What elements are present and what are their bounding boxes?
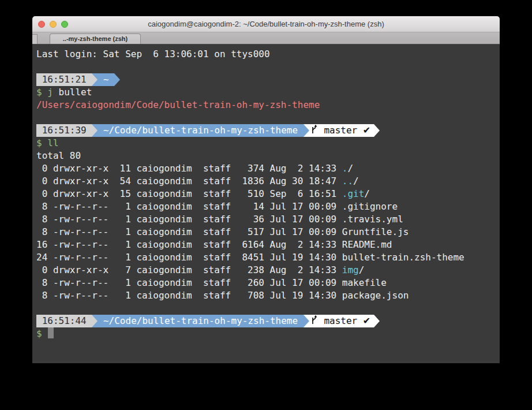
tab-shell[interactable]: ..-my-zsh-theme (zsh) [50, 33, 141, 44]
powerline-arrow [114, 73, 120, 86]
terminal-line: 0 drwxr-xr-x 54 caiogondim staff 1836 Au… [36, 175, 500, 188]
terminal-line: $ ll [36, 137, 500, 150]
text-segment: . [342, 162, 348, 175]
text-segment: total 80 [36, 150, 81, 162]
text-segment: 0 drwxr-xr-x 54 caiogondim staff 1836 Au… [36, 175, 342, 188]
close-button[interactable] [38, 21, 45, 28]
prompt-path-segment: ~ [98, 73, 114, 86]
git-branch-label: master [319, 315, 363, 327]
text-segment: bullet [53, 86, 92, 99]
text-segment: 16 -rw-r--r-- 1 caiogondim staff 6164 Au… [36, 238, 392, 251]
minimize-button[interactable] [50, 21, 57, 28]
terminal-line: 24 -rw-r--r-- 1 caiogondim staff 8451 Ju… [36, 251, 500, 264]
tab-bar-stub [32, 34, 38, 44]
text-segment: / [359, 264, 365, 277]
text-segment: 8 -rw-r--r-- 1 caiogondim staff 517 Jul … [36, 226, 409, 238]
text-segment: 0 drwxr-xr-x 15 caiogondim staff 510 Sep… [36, 188, 342, 200]
powerline-arrow [374, 315, 380, 327]
text-segment: Last login: Sat Sep 6 13:06:01 on ttys00… [36, 48, 270, 61]
text-segment: 8 -rw-r--r-- 1 caiogondim staff 14 Jul 1… [36, 200, 398, 213]
terminal-line: 0 drwxr-xr-x 15 caiogondim staff 510 Sep… [36, 188, 500, 200]
prompt-line: 16:51:44 ~/Code/bullet-train-oh-my-zsh-t… [36, 315, 500, 327]
terminal-line: 0 drwxr-xr-x 11 caiogondim staff 374 Aug… [36, 162, 500, 175]
title-bar[interactable]: caiogondim@caiogondim-2: ~/Code/bullet-t… [32, 16, 500, 32]
terminal-line: /Users/caiogondim/Code/bullet-train-oh-m… [36, 99, 500, 111]
text-segment: .git [342, 188, 365, 200]
terminal-line: 8 -rw-r--r-- 1 caiogondim staff 14 Jul 1… [36, 200, 500, 213]
text-segment: 24 -rw-r--r-- 1 caiogondim staff 8451 Ju… [36, 251, 464, 264]
window-title: caiogondim@caiogondim-2: ~/Code/bullet-t… [32, 16, 500, 32]
git-branch-label: master [319, 124, 363, 137]
terminal-line: 8 -rw-r--r-- 1 caiogondim staff 517 Jul … [36, 226, 500, 238]
terminal-line: $ j bullet [36, 86, 500, 99]
cursor-block [48, 327, 54, 338]
git-status-segment: master ✔ [309, 124, 374, 137]
text-segment: $ j [36, 86, 53, 99]
powerline-arrow [92, 73, 98, 86]
text-segment: 8 -rw-r--r-- 1 caiogondim staff 708 Jul … [36, 289, 409, 302]
text-segment: $ [36, 327, 47, 340]
terminal-line: 8 -rw-r--r-- 1 caiogondim staff 708 Jul … [36, 289, 500, 302]
text-segment: 0 drwxr-xr-x 11 caiogondim staff 374 Aug… [36, 162, 342, 175]
zoom-button[interactable] [61, 21, 68, 28]
git-branch-icon [310, 124, 318, 137]
prompt-time-segment: 16:51:44 [36, 315, 92, 327]
tab-bar: ..-my-zsh-theme (zsh) [32, 32, 500, 44]
powerline-arrow [92, 315, 98, 327]
text-segment: 8 -rw-r--r-- 1 caiogondim staff 36 Jul 1… [36, 213, 403, 226]
prompt-path-segment: ~/Code/bullet-train-oh-my-zsh-theme [98, 315, 303, 327]
terminal-line: 16 -rw-r--r-- 1 caiogondim staff 6164 Au… [36, 238, 500, 251]
text-segment: .. [342, 175, 353, 188]
check-icon: ✔ [363, 124, 374, 137]
text-segment: 8 -rw-r--r-- 1 caiogondim staff 260 Jul … [36, 277, 387, 289]
terminal-window: caiogondim@caiogondim-2: ~/Code/bullet-t… [32, 16, 500, 363]
prompt-time-segment: 16:51:21 [36, 73, 92, 86]
text-segment: img [342, 264, 359, 277]
terminal-line: $ [36, 327, 500, 340]
git-branch-icon [310, 315, 318, 328]
powerline-arrow [92, 124, 98, 137]
terminal-line: Last login: Sat Sep 6 13:06:01 on ttys00… [36, 48, 500, 61]
prompt-path-segment: ~/Code/bullet-train-oh-my-zsh-theme [98, 124, 303, 137]
terminal-line [36, 111, 500, 124]
powerline-arrow [304, 124, 309, 137]
text-segment: 0 drwxr-xr-x 7 caiogondim staff 238 Aug … [36, 264, 342, 277]
git-status-segment: master ✔ [309, 315, 374, 327]
powerline-arrow [304, 315, 309, 327]
terminal-line: 8 -rw-r--r-- 1 caiogondim staff 36 Jul 1… [36, 213, 500, 226]
terminal-line: total 80 [36, 150, 500, 162]
powerline-arrow [374, 124, 380, 137]
text-segment: / [364, 188, 370, 200]
terminal-line: 0 drwxr-xr-x 7 caiogondim staff 238 Aug … [36, 264, 500, 277]
prompt-time-segment: 16:51:39 [36, 124, 92, 137]
text-segment: $ ll [36, 137, 59, 150]
text-segment: / [353, 175, 359, 188]
terminal-line [36, 302, 500, 315]
prompt-line: 16:51:39 ~/Code/bullet-train-oh-my-zsh-t… [36, 124, 500, 137]
text-segment: /Users/caiogondim/Code/bullet-train-oh-m… [36, 99, 320, 111]
text-segment: / [347, 162, 353, 175]
prompt-line: 16:51:21 ~ [36, 73, 500, 86]
terminal-output[interactable]: Last login: Sat Sep 6 13:06:01 on ttys00… [32, 44, 500, 363]
terminal-line: 8 -rw-r--r-- 1 caiogondim staff 260 Jul … [36, 277, 500, 289]
terminal-line [36, 61, 500, 73]
traffic-lights [38, 21, 68, 28]
check-icon: ✔ [363, 315, 374, 327]
